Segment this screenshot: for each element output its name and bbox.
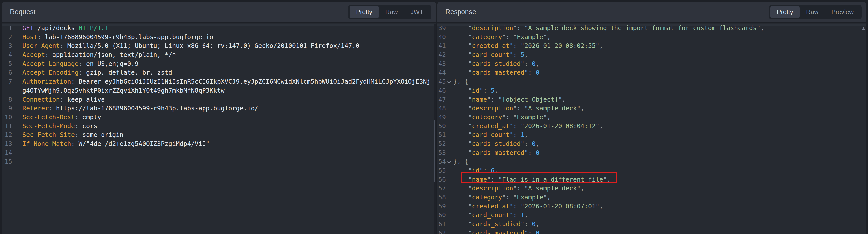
line-number: 41	[437, 42, 446, 50]
code-line: 44 "cards_mastered": 0	[437, 68, 866, 77]
request-scrollbar-thumb[interactable]	[434, 120, 435, 182]
code-line: 4Accept: application/json, text/plain, *…	[2, 50, 436, 59]
code-line: 57 "description": "A sample deck",	[437, 184, 866, 193]
code-line: 53 "cards_mastered": 0	[437, 149, 866, 157]
line-number: 58	[437, 193, 446, 202]
code-text: "created_at": "2026-01-20 08:04:12",	[453, 122, 866, 131]
request-code-area[interactable]: 1GET /api/decks HTTP/1.12Host: lab-17688…	[2, 24, 436, 234]
request-panel: Request Pretty Raw JWT 1GET /api/decks H…	[2, 2, 436, 234]
line-number: 15	[2, 157, 13, 166]
code-text: "name": "Flag is in a different file",	[453, 175, 866, 184]
line-number: 48	[437, 104, 446, 113]
code-text: "category": "Example",	[453, 193, 866, 202]
code-text: g4OTYwMjh9.Qqz5vhktP0ixrZZqviXh1Y0t49gh7…	[13, 86, 436, 95]
tab-response-pretty[interactable]: Pretty	[771, 6, 800, 19]
code-text: "cards_studied": 0,	[453, 59, 866, 68]
code-text: "cards_mastered": 0	[453, 229, 866, 234]
code-text: "cards_mastered": 0	[453, 149, 866, 157]
code-line: 55 "id": 6,	[437, 166, 866, 175]
tab-request-jwt[interactable]: JWT	[404, 6, 430, 19]
code-text: "card_count": 5,	[453, 50, 866, 59]
code-line: 13If-None-Match: W/"4de-/d2+e1zg5A0OIZ3P…	[2, 139, 436, 149]
gutter-fold-slot	[446, 229, 453, 234]
line-number: 13	[2, 139, 13, 149]
gutter-fold-slot	[446, 50, 453, 59]
code-text: Connection: keep-alive	[13, 95, 436, 104]
line-number: 62	[437, 229, 446, 234]
tab-response-preview[interactable]: Preview	[825, 6, 860, 19]
code-text: Accept-Language: en-US,en;q=0.9	[13, 59, 436, 68]
line-number: 45	[437, 77, 446, 86]
code-line: 60 "card_count": 1,	[437, 211, 866, 219]
request-scrollbar-track[interactable]	[434, 24, 436, 234]
code-line: 11Sec-Fetch-Mode: cors	[2, 122, 436, 131]
line-number: 9	[2, 104, 13, 113]
gutter-fold-slot	[446, 113, 453, 122]
line-number: 54	[437, 157, 446, 166]
line-number: 14	[2, 149, 13, 157]
tab-response-raw[interactable]: Raw	[800, 6, 825, 19]
code-text: Sec-Fetch-Site: same-origin	[13, 130, 436, 139]
fold-chevron-icon[interactable]	[447, 80, 451, 83]
gutter-fold-slot	[446, 33, 453, 42]
line-number: 47	[437, 95, 446, 104]
code-text: "card_count": 1,	[453, 211, 866, 219]
response-view-tabs: Pretty Raw Preview	[769, 5, 862, 20]
code-line: 6Accept-Encoding: gzip, deflate, br, zst…	[2, 68, 436, 77]
code-line: 59 "created_at": "2026-01-20 08:07:01",	[437, 202, 866, 211]
line-number: 2	[2, 33, 13, 42]
line-number: 56	[437, 175, 446, 184]
gutter-fold-slot	[446, 104, 453, 113]
line-number: 43	[437, 59, 446, 68]
code-line: 41 "created_at": "2026-01-20 08:02:55",	[437, 42, 866, 50]
code-text: "category": "Example",	[453, 33, 866, 42]
code-line: 9Referer: https://lab-1768896004599-r9h4…	[2, 104, 436, 113]
gutter-fold-slot	[446, 202, 453, 211]
scroll-up-icon[interactable]: ▲	[862, 26, 865, 31]
code-text: }, {	[453, 157, 866, 166]
code-text: Sec-Fetch-Mode: cors	[13, 122, 436, 131]
gutter-fold-slot	[446, 59, 453, 68]
code-text: Referer: https://lab-1768896004599-r9h43…	[13, 104, 436, 113]
http-message-viewer: Request Pretty Raw JWT 1GET /api/decks H…	[0, 0, 868, 234]
gutter-fold-slot	[446, 42, 453, 50]
code-line: 56 "name": "Flag is in a different file"…	[437, 175, 866, 184]
line-number: 8	[2, 95, 13, 104]
code-line: 52 "cards_studied": 0,	[437, 139, 866, 149]
code-line: 46 "id": 5,	[437, 86, 866, 95]
fold-chevron-icon[interactable]	[447, 160, 451, 163]
code-text: Host: lab-1768896004599-r9h43p.labs-app.…	[13, 33, 436, 42]
code-line: 12Sec-Fetch-Site: same-origin	[2, 130, 436, 139]
tab-request-pretty[interactable]: Pretty	[349, 6, 379, 19]
gutter-fold-slot	[446, 95, 453, 104]
code-line: 39 "description": "A sample deck showing…	[437, 24, 866, 33]
code-text	[13, 157, 436, 166]
line-number: 39	[437, 24, 446, 33]
code-text: "cards_studied": 0,	[453, 139, 866, 149]
line-number: 12	[2, 130, 13, 139]
tab-request-raw[interactable]: Raw	[379, 6, 404, 19]
line-number: 11	[2, 122, 13, 131]
code-line: 15	[2, 157, 436, 166]
request-view-tabs: Pretty Raw JWT	[348, 5, 431, 20]
code-line: 48 "description": "A sample deck",	[437, 104, 866, 113]
code-text: "id": 5,	[453, 86, 866, 95]
code-line: 5Accept-Language: en-US,en;q=0.9	[2, 59, 436, 68]
code-line: 47 "name": "[object Object]",	[437, 95, 866, 104]
gutter-fold-slot	[446, 139, 453, 149]
code-line: 58 "category": "Example",	[437, 193, 866, 202]
response-code-area[interactable]: ▲ 39 "description": "A sample deck showi…	[437, 24, 866, 234]
code-text	[13, 149, 436, 157]
line-number: 40	[437, 33, 446, 42]
code-text: If-None-Match: W/"4de-/d2+e1zg5A0OIZ3Pzg…	[13, 139, 436, 149]
line-number: 7	[2, 77, 13, 86]
line-number: 4	[2, 50, 13, 59]
code-line: 7Authorization: Bearer eyJhbGciOiJIUzI1N…	[2, 77, 436, 86]
gutter-fold-slot	[446, 130, 453, 139]
code-line: 8Connection: keep-alive	[2, 95, 436, 104]
code-line: 43 "cards_studied": 0,	[437, 59, 866, 68]
line-number	[2, 86, 13, 95]
code-text: "description": "A sample deck",	[453, 104, 866, 113]
code-line: 42 "card_count": 5,	[437, 50, 866, 59]
line-number: 55	[437, 166, 446, 175]
